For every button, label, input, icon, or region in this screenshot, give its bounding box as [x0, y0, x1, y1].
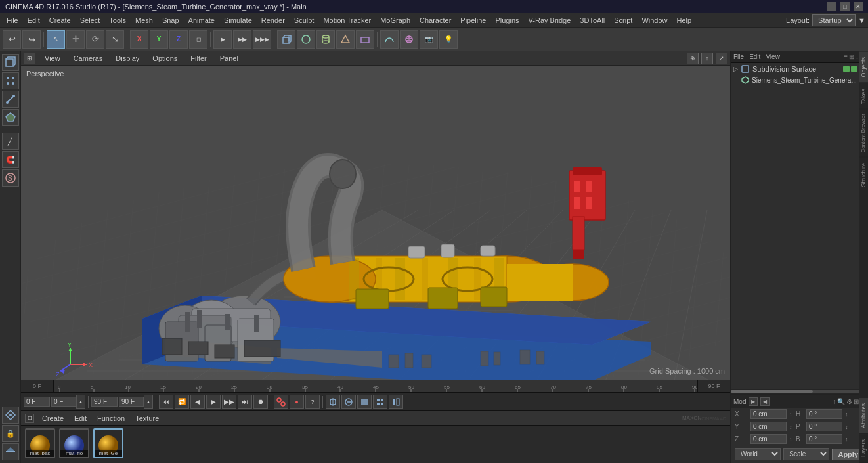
render-all-button[interactable]: ▶▶▶: [253, 30, 271, 49]
timeline-layout-button[interactable]: [389, 395, 403, 409]
axis-all-button[interactable]: ◻: [189, 30, 207, 49]
knife-tool-button[interactable]: ╱: [2, 133, 19, 150]
menu-pipeline[interactable]: Pipeline: [456, 15, 490, 26]
paint-tool-button[interactable]: S: [2, 169, 19, 187]
menu-select[interactable]: Select: [76, 15, 104, 26]
light-button[interactable]: 💡: [439, 30, 458, 49]
vis-dot-2[interactable]: [851, 66, 857, 72]
structure-tab[interactable]: Structure: [859, 157, 868, 192]
menu-help[interactable]: Help: [673, 15, 696, 26]
play-button[interactable]: ▶: [206, 395, 221, 409]
go-end-button[interactable]: ⏭: [238, 395, 252, 409]
anim-mode-1[interactable]: [274, 395, 288, 409]
sphere-button[interactable]: [297, 30, 315, 49]
anim-mode-2[interactable]: ●: [290, 395, 304, 409]
object-row-siemens[interactable]: Siemens_Steam_Turbine_Genera...: [739, 75, 868, 85]
axis-z-button[interactable]: Z: [169, 30, 188, 49]
menu-tools[interactable]: Tools: [105, 15, 130, 26]
spline-button[interactable]: [380, 30, 399, 49]
viewport-up-icon[interactable]: ↑: [701, 53, 713, 64]
menu-edit[interactable]: Edit: [24, 15, 44, 26]
polygons-mode-button[interactable]: [2, 109, 19, 126]
rp-view-menu[interactable]: View: [766, 53, 780, 60]
menu-render[interactable]: Render: [257, 15, 289, 26]
viewport-options-menu[interactable]: Options: [148, 53, 181, 64]
attr-b-input[interactable]: [806, 434, 842, 444]
material-mat-flo[interactable]: mat_flo: [59, 428, 89, 458]
keyframe-nav-button[interactable]: [357, 395, 372, 409]
attr-prev-button[interactable]: ◀: [760, 397, 770, 406]
attr-move-icon[interactable]: ↑: [833, 398, 836, 405]
redo-button[interactable]: ↩: [22, 30, 41, 49]
keyframe-grid-button[interactable]: [373, 395, 387, 409]
snap-tool-button[interactable]: [2, 407, 19, 424]
keyframe-add-button[interactable]: [326, 395, 340, 409]
lock-button[interactable]: 🔒: [2, 425, 19, 442]
viewport-display-menu[interactable]: Display: [112, 53, 143, 64]
axis-x-button[interactable]: X: [130, 30, 148, 49]
attr-settings-icon[interactable]: ⚙: [846, 398, 852, 405]
layers-tab[interactable]: Layers: [859, 434, 868, 463]
menu-file[interactable]: File: [3, 15, 22, 26]
attributes-tab[interactable]: Attributes: [859, 398, 868, 434]
rp-icon-2[interactable]: ⊞: [849, 53, 854, 60]
scrollbar-thumb[interactable]: [731, 390, 813, 393]
keyframe-remove-button[interactable]: [341, 395, 356, 409]
viewport-cameras-menu[interactable]: Cameras: [70, 53, 107, 64]
camera-button[interactable]: 📷: [420, 30, 438, 49]
menu-motion-tracker[interactable]: Motion Tracker: [319, 15, 375, 26]
layout-select[interactable]: Startup: [812, 14, 856, 26]
magnet-tool-button[interactable]: 🧲: [2, 151, 19, 168]
objects-tab[interactable]: Objects: [859, 51, 868, 83]
loop-button[interactable]: 🔁: [175, 395, 189, 409]
materials-function-menu[interactable]: Function: [95, 414, 127, 423]
menu-window[interactable]: Window: [638, 15, 671, 26]
render-region-button[interactable]: ▶: [213, 30, 232, 49]
menu-script[interactable]: Script: [610, 15, 636, 26]
menu-mesh[interactable]: Mesh: [131, 15, 157, 26]
next-frame-button[interactable]: ▶▶: [222, 395, 236, 409]
nurbs-button[interactable]: [400, 30, 418, 49]
timeline-field-3[interactable]: [91, 397, 118, 407]
minimize-button[interactable]: ─: [827, 2, 836, 11]
attr-y-input[interactable]: [750, 422, 787, 431]
attr-z-input[interactable]: [750, 434, 787, 444]
objects-scrollbar[interactable]: [731, 389, 868, 394]
prev-frame-button[interactable]: ◀: [190, 395, 205, 409]
viewport-view-menu[interactable]: View: [41, 53, 64, 64]
select-tool[interactable]: ↖: [47, 30, 65, 49]
menu-character[interactable]: Character: [416, 15, 455, 26]
viewport-maximize-icon[interactable]: ⤢: [716, 53, 727, 64]
attr-play-button[interactable]: ▶: [749, 397, 758, 406]
menu-vray[interactable]: V-Ray Bridge: [525, 15, 575, 26]
layout-arrow[interactable]: ▼: [858, 16, 865, 24]
move-tool[interactable]: ✛: [66, 30, 85, 49]
cone-button[interactable]: [336, 30, 355, 49]
points-mode-button[interactable]: [2, 72, 19, 89]
timeline-current-frame[interactable]: [51, 397, 76, 407]
object-row-subdivision[interactable]: ▷ Subdivision Surface: [731, 63, 868, 75]
model-mode-button[interactable]: [2, 54, 19, 71]
viewport-3d[interactable]: X Y Z Perspective Grid Spacing : 1000 cm: [21, 66, 730, 380]
close-button[interactable]: ✕: [854, 2, 863, 11]
menu-create[interactable]: Create: [45, 15, 75, 26]
render-button[interactable]: ▶▶: [233, 30, 251, 49]
timeline-frame-up[interactable]: ▲: [76, 395, 85, 409]
plane-button[interactable]: [356, 30, 374, 49]
cylinder-button[interactable]: [316, 30, 335, 49]
go-start-button[interactable]: ⏮: [159, 395, 173, 409]
menu-plugins[interactable]: Plugins: [491, 15, 523, 26]
rp-edit-menu[interactable]: Edit: [749, 53, 760, 60]
undo-button[interactable]: ↩: [3, 30, 21, 49]
record-button[interactable]: ⏺: [253, 395, 268, 409]
rotate-tool[interactable]: ⟳: [86, 30, 104, 49]
attr-search-icon[interactable]: 🔍: [837, 398, 845, 405]
materials-texture-menu[interactable]: Texture: [133, 414, 162, 423]
viewport-filter-menu[interactable]: Filter: [186, 53, 210, 64]
rp-file-menu[interactable]: File: [733, 53, 744, 60]
materials-create-menu[interactable]: Create: [39, 414, 66, 423]
timeline-field-1[interactable]: [24, 397, 50, 407]
menu-sculpt[interactable]: Sculpt: [290, 15, 318, 26]
rp-icon-1[interactable]: ≡: [844, 53, 848, 60]
vis-dot-1[interactable]: [843, 66, 850, 72]
